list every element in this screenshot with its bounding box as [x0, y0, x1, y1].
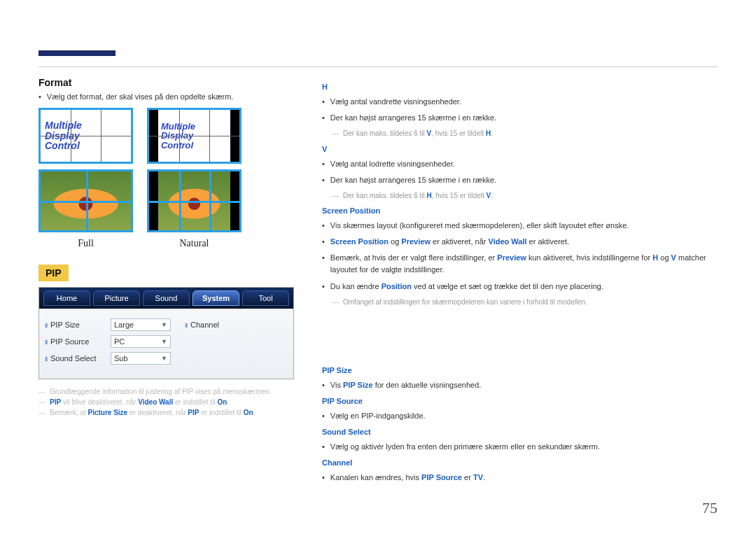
pip-note-2: PIP vil blive deaktiveret, når Video Wal… [38, 398, 294, 406]
format-heading: Format [38, 77, 294, 88]
pipsize-heading: PIP Size [322, 365, 718, 377]
soundselect-b: Vælg og aktivér lyden fra enten den prim… [322, 441, 718, 453]
diagram-nat-label: Natural [180, 238, 209, 249]
pip-sound-dropdown[interactable]: Sub▼ [111, 352, 171, 365]
tab-picture[interactable]: Picture [93, 290, 140, 306]
diagram-full-label: Full [78, 238, 94, 249]
pip-row-size: PIP Size Large▼ Channel [45, 318, 289, 331]
pip-body: PIP Size Large▼ Channel PIP Source PC▼ S… [39, 309, 293, 379]
v-b1: Vælg antal lodrette visningsenheder. [322, 158, 718, 170]
h-b2: Der kan højst arrangeres 15 skærme i en … [322, 112, 718, 124]
pipsource-b: Vælg en PIP-indgangskilde. [322, 410, 718, 422]
sp-b2: Screen Position og Preview er aktiveret,… [322, 236, 718, 248]
v-heading: V [322, 143, 718, 155]
v-sub: Der kan maks. tildeles 6 til H, hvis 15 … [332, 190, 718, 202]
tab-tool[interactable]: Tool [242, 290, 289, 306]
chevron-down-icon: ▼ [161, 338, 167, 345]
header-bar [38, 50, 115, 56]
diagram-full: Multiple Display Control Full [38, 108, 133, 249]
v-b2: Der kan højst arrangeres 15 skærme i en … [322, 174, 718, 186]
sp-sub: Omfanget af indstillingen for skærmopdel… [332, 297, 718, 308]
pip-tabs: Home Picture Sound System Tool [39, 288, 293, 309]
page-content: Format Vælg det format, der skal vises p… [38, 77, 718, 488]
pip-row-source: PIP Source PC▼ [45, 335, 289, 348]
h-heading: H [322, 81, 718, 93]
channel-heading: Channel [322, 457, 718, 469]
pip-row-sound: Sound Select Sub▼ [45, 352, 289, 365]
diagram-full-photo [38, 169, 133, 232]
right-column: H Vælg antal vandrette visningsenheder. … [322, 77, 718, 488]
pip-badge: PIP [38, 265, 69, 281]
chevron-down-icon: ▼ [161, 321, 167, 328]
pip-note-1: Grundlæggende information til justering … [38, 388, 294, 395]
diagram-nat-mdc: Multiple Display Control [147, 108, 241, 164]
left-column: Format Vælg det format, der skal vises p… [38, 77, 294, 488]
h-sub: Der kan maks. tildeles 6 til V, hvis 15 … [332, 128, 718, 139]
diagram-nat-photo [147, 169, 241, 232]
pip-notes: Grundlæggende information til justering … [38, 388, 294, 416]
pip-panel: Home Picture Sound System Tool PIP Size … [38, 287, 294, 379]
page-number: 75 [702, 499, 718, 517]
h-b1: Vælg antal vandrette visningsenheder. [322, 96, 718, 108]
chevron-down-icon: ▼ [161, 355, 167, 362]
sp-heading: Screen Position [322, 205, 718, 217]
sp-b1: Vis skærmes layout (konfigureret med skæ… [322, 220, 718, 232]
sp-b3: Bemærk, at hvis der er valgt flere indst… [322, 252, 718, 276]
sp-b4: Du kan ændre Position ved at vælge et sæ… [322, 281, 718, 293]
format-diagrams: Multiple Display Control Full Multiple D… [38, 108, 294, 249]
pip-note-3: Bemærk, at Picture Size er deaktiveret, … [38, 409, 294, 416]
tab-sound[interactable]: Sound [143, 290, 190, 306]
pip-size-dropdown[interactable]: Large▼ [111, 318, 171, 331]
pip-source-label: PIP Source [45, 337, 106, 346]
pipsource-heading: PIP Source [322, 395, 718, 407]
pip-source-dropdown[interactable]: PC▼ [111, 335, 171, 348]
format-desc: Vælg det format, der skal vises på den o… [38, 92, 294, 101]
pip-sound-label: Sound Select [45, 354, 106, 363]
pip-channel-label: Channel [185, 321, 246, 329]
soundselect-heading: Sound Select [322, 426, 718, 438]
diagram-full-mdc: Multiple Display Control [38, 108, 133, 164]
pipsize-b: Vis PIP Size for den aktuelle visningsen… [322, 379, 718, 391]
tab-system[interactable]: System [192, 290, 239, 306]
diagram-natural: Multiple Display Control Natural [147, 108, 241, 249]
header-rule [38, 66, 718, 67]
channel-b: Kanalen kan ændres, hvis PIP Source er T… [322, 472, 718, 484]
pip-size-label: PIP Size [45, 321, 106, 329]
tab-home[interactable]: Home [43, 290, 90, 306]
